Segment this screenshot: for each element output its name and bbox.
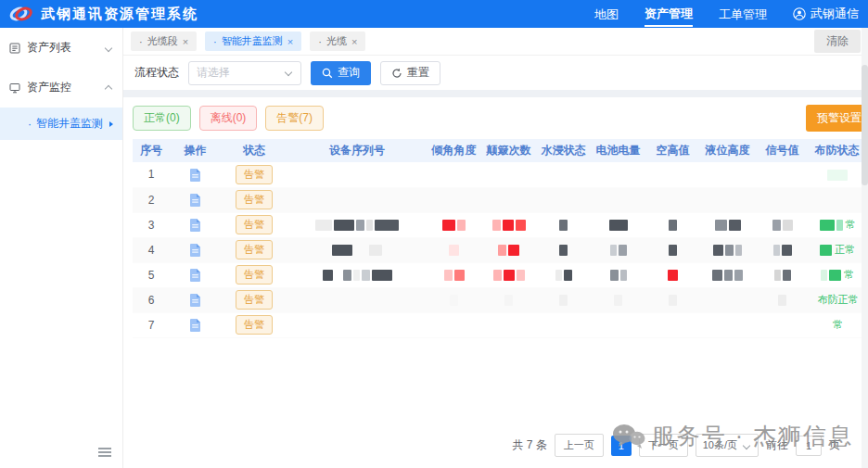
redacted-block xyxy=(559,245,568,256)
redacted-block xyxy=(564,270,572,281)
redacted-block xyxy=(773,245,780,256)
scrollbar-thumb[interactable] xyxy=(862,65,868,185)
operation-cell xyxy=(170,262,221,287)
status-cell: 告警 xyxy=(221,212,287,237)
reset-label: 重置 xyxy=(407,65,429,81)
status-cell: 告警 xyxy=(221,287,287,312)
reset-button[interactable]: 重置 xyxy=(380,61,440,85)
redacted-block xyxy=(335,270,341,281)
document-icon[interactable] xyxy=(189,294,201,307)
redacted-block xyxy=(729,220,741,231)
redacted-block xyxy=(449,245,459,256)
tab-optical-cable[interactable]: · 光缆 × xyxy=(310,32,365,51)
sub-item-dot: · xyxy=(28,118,32,131)
redacted-block xyxy=(508,245,519,256)
close-icon[interactable]: × xyxy=(183,36,188,47)
cell-serial xyxy=(287,187,427,212)
cell-serial xyxy=(287,287,427,312)
close-icon[interactable]: × xyxy=(351,36,357,47)
status-badge: 告警 xyxy=(236,165,273,184)
cell-arming: 常 xyxy=(810,262,864,287)
cell-tilt xyxy=(427,237,481,262)
redacted-block xyxy=(669,245,677,256)
document-icon[interactable] xyxy=(189,269,201,282)
sidebar-item-smart-manhole-monitor[interactable]: · 智能井盖监测 xyxy=(0,108,122,140)
redacted-block xyxy=(782,245,792,256)
redacted-block xyxy=(457,220,466,231)
row-number: 6 xyxy=(133,287,170,312)
cell-arming: 正常 xyxy=(810,237,864,262)
row-number: 5 xyxy=(133,262,170,287)
close-icon[interactable]: × xyxy=(287,36,293,47)
row-number: 2 xyxy=(133,187,170,212)
redacted-block xyxy=(820,220,835,231)
column-header-0: 序号 xyxy=(133,139,170,162)
column-header-9: 液位高度 xyxy=(700,139,755,162)
tab-optical-cable-segment[interactable]: · 光缆段 × xyxy=(131,32,197,51)
sidebar-item-asset-monitor[interactable]: 资产监控 xyxy=(0,68,122,108)
warning-settings-button[interactable]: 预警设置 xyxy=(806,105,868,132)
nav-asset-management[interactable]: 资产管理 xyxy=(645,1,693,27)
redacted-block xyxy=(362,270,370,281)
chevron-up-icon xyxy=(105,85,112,93)
cell-serial xyxy=(287,262,427,287)
main-content: · 光缆段 × · 智能井盖监测 × · 光缆 × 清除 流程状态 请选择 xyxy=(123,28,868,468)
cell-battery xyxy=(591,162,645,187)
cell-tilt xyxy=(427,287,481,312)
table-row: 4告警正常 xyxy=(133,237,864,262)
process-status-select[interactable]: 请选择 xyxy=(188,61,301,85)
document-icon[interactable] xyxy=(189,219,201,232)
document-icon[interactable] xyxy=(189,169,201,182)
redacted-block xyxy=(504,270,515,281)
cell-water xyxy=(536,262,591,287)
cell-air xyxy=(645,312,700,337)
redacted-block xyxy=(783,270,791,281)
sidebar-item-label: 资产列表 xyxy=(27,40,99,56)
current-page[interactable]: 1 xyxy=(611,436,632,456)
goto-unit: 页 xyxy=(829,437,840,453)
clear-tabs-button[interactable]: 清除 xyxy=(814,30,861,53)
redacted-block xyxy=(493,270,502,281)
prev-page-button[interactable]: 上一页 xyxy=(555,434,604,457)
status-badge: 告警 xyxy=(236,315,273,335)
query-button[interactable]: 查询 xyxy=(311,61,371,85)
scrollbar[interactable] xyxy=(862,28,868,468)
redacted-block xyxy=(517,270,525,281)
sidebar-collapse-icon[interactable] xyxy=(98,446,111,460)
document-icon[interactable] xyxy=(189,194,201,207)
column-header-8: 空高值 xyxy=(645,139,700,162)
page-size-select[interactable]: 10条/页 xyxy=(696,434,759,457)
cell-air xyxy=(645,162,700,187)
table-row: 7告警常 xyxy=(133,312,864,337)
cell-battery xyxy=(591,262,645,287)
column-header-11: 布防状态 xyxy=(810,139,864,162)
document-icon[interactable] xyxy=(189,244,201,257)
nav-map[interactable]: 地图 xyxy=(594,2,619,26)
user-menu[interactable]: 武钢通信 xyxy=(793,6,859,22)
document-icon[interactable] xyxy=(189,319,201,332)
next-page-button[interactable]: 下一页 xyxy=(639,434,688,457)
redacted-block xyxy=(444,270,453,281)
table-row: 1告警 xyxy=(133,162,864,187)
redacted-block xyxy=(369,245,382,256)
redacted-block xyxy=(555,270,562,281)
redacted-block xyxy=(353,270,360,281)
cell-serial xyxy=(287,237,427,262)
status-filter-chips: 正常(0) 离线(0) 告警(7) xyxy=(133,106,864,131)
redacted-block xyxy=(724,270,733,281)
sidebar-item-asset-list[interactable]: 资产列表 xyxy=(0,28,122,68)
nav-workorder-management[interactable]: 工单管理 xyxy=(719,2,767,26)
operation-cell xyxy=(170,187,221,212)
redacted-block xyxy=(827,170,848,181)
filter-chip-alarm[interactable]: 告警(7) xyxy=(265,106,324,131)
filter-chip-offline[interactable]: 离线(0) xyxy=(199,106,258,131)
tab-smart-manhole-monitor[interactable]: · 智能井盖监测 × xyxy=(205,32,301,51)
user-name: 武钢通信 xyxy=(811,6,859,22)
cell-battery xyxy=(591,237,645,262)
redacted-block xyxy=(734,270,743,281)
redacted-block xyxy=(614,295,622,306)
row-number: 4 xyxy=(133,237,170,262)
filter-chip-normal[interactable]: 正常(0) xyxy=(133,106,191,131)
cell-serial xyxy=(287,212,427,237)
goto-page-input[interactable] xyxy=(796,436,822,456)
